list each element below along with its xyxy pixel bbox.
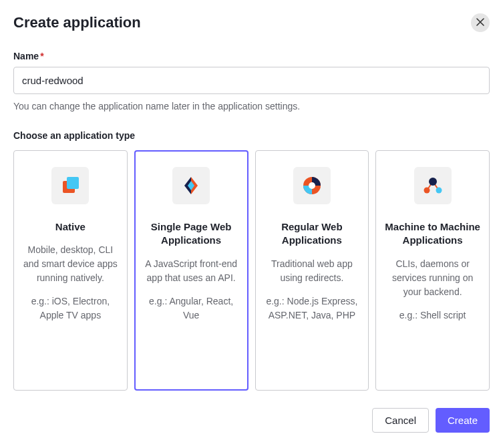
app-type-card-spa[interactable]: Single Page Web Applications A JavaScrip… (134, 150, 248, 391)
card-description: A JavaScript front-end app that uses an … (143, 257, 240, 285)
card-title: Native (22, 220, 119, 234)
regular-web-icon (293, 167, 331, 204)
card-title: Single Page Web Applications (143, 220, 240, 248)
name-input[interactable] (13, 67, 490, 94)
app-type-card-regular[interactable]: Regular Web Applications Traditional web… (255, 150, 369, 391)
app-type-grid: Native Mobile, desktop, CLI and smart de… (13, 150, 490, 391)
card-example: e.g.: Node.js Express, ASP.NET, Java, PH… (264, 294, 361, 322)
name-label-text: Name (13, 51, 39, 61)
required-asterisk: * (40, 51, 43, 61)
card-title: Machine to Machine Applications (384, 220, 481, 248)
create-button[interactable]: Create (436, 408, 490, 433)
card-example: e.g.: Angular, React, Vue (143, 294, 240, 322)
card-example: e.g.: Shell script (384, 308, 481, 322)
svg-point-8 (436, 188, 442, 194)
svg-point-6 (429, 178, 437, 186)
name-label: Name* (13, 51, 490, 61)
app-type-label: Choose an application type (13, 130, 490, 141)
native-icon (51, 167, 89, 204)
svg-point-7 (424, 188, 430, 194)
card-description: Mobile, desktop, CLI and smart device ap… (22, 243, 119, 285)
m2m-icon (414, 167, 452, 204)
card-description: Traditional web app using redirects. (264, 257, 361, 285)
name-helper-text: You can change the application name late… (13, 101, 490, 111)
card-title: Regular Web Applications (264, 220, 361, 248)
cancel-button[interactable]: Cancel (372, 408, 429, 433)
app-type-card-native[interactable]: Native Mobile, desktop, CLI and smart de… (13, 150, 128, 391)
close-button[interactable] (471, 13, 490, 32)
svg-point-3 (309, 182, 315, 189)
svg-rect-1 (67, 177, 79, 189)
modal-title: Create application (13, 14, 141, 31)
card-description: CLIs, daemons or services running on you… (384, 257, 481, 299)
card-example: e.g.: iOS, Electron, Apple TV apps (22, 294, 119, 322)
spa-icon (172, 167, 210, 204)
close-icon (476, 18, 484, 28)
modal-footer: Cancel Create (13, 408, 490, 433)
app-type-card-m2m[interactable]: Machine to Machine Applications CLIs, da… (375, 150, 490, 391)
